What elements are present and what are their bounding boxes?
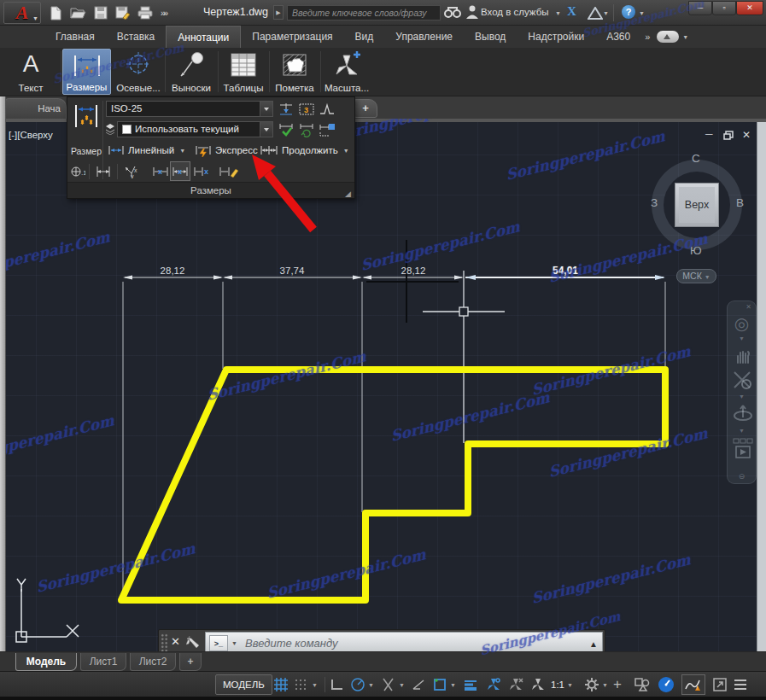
express-dim-button[interactable]: Экспресс	[192, 142, 260, 159]
viewcube-top-face[interactable]: Верх	[675, 183, 719, 227]
navbar-dropdown-icon[interactable]: ▼	[728, 335, 756, 341]
canvas-close-icon[interactable]: ✕	[742, 129, 751, 141]
model-space-button[interactable]: МОДЕЛЬ	[215, 674, 272, 695]
viewcube-east-label[interactable]: В	[736, 196, 744, 209]
vertical-scrollbar[interactable]	[757, 122, 766, 651]
navbar-collapse-icon[interactable]: ⊖	[728, 472, 756, 481]
graphics-performance-button[interactable]	[658, 674, 675, 695]
ortho-mode-button[interactable]	[330, 674, 345, 695]
layout-tab-list1[interactable]: Лист1	[80, 653, 126, 671]
annotation-scale-button[interactable]	[529, 674, 547, 695]
combo-dropdown-icon[interactable]	[260, 122, 272, 137]
command-prompt-dropdown-icon[interactable]: ▼	[231, 640, 237, 646]
navbar-close-icon[interactable]: ✕	[728, 303, 756, 311]
fullscreen-button[interactable]	[712, 674, 728, 695]
canvas-restore-icon[interactable]	[723, 131, 734, 140]
ribbon-tab-parametrizaciya[interactable]: Параметризация	[241, 26, 343, 48]
dim-update-icon[interactable]	[297, 121, 316, 138]
ribbon-tabs-overflow-icon[interactable]: »	[641, 32, 652, 42]
command-prompt-icon[interactable]: >_	[209, 635, 228, 651]
dim-layer-combo[interactable]: Использовать текущий	[117, 121, 273, 137]
tray-plus-button[interactable]: +	[613, 674, 622, 695]
dim-ordinate-icon[interactable]: xy	[122, 163, 143, 180]
orbit-dropdown-icon[interactable]: ▼	[728, 428, 756, 434]
qat-more-icon[interactable]: »»	[161, 9, 167, 18]
a360-dropdown-icon[interactable]: ▼	[603, 10, 609, 16]
panel-text[interactable]: A Текст	[2, 49, 60, 95]
ribbon-tab-vyvod[interactable]: Вывод	[464, 26, 517, 48]
osnap-tracking-button[interactable]: ▼	[381, 674, 405, 695]
polar-tracking-button[interactable]: ▼	[350, 674, 374, 695]
panel-markup[interactable]: Пометка	[271, 49, 319, 95]
zoom-dropdown-icon[interactable]: ▼	[728, 394, 756, 400]
dim-style-combo[interactable]: ISO-25	[106, 101, 273, 117]
save-icon[interactable]	[94, 6, 108, 20]
new-drawing-tab-button[interactable]: +	[354, 99, 377, 118]
command-history-up-icon[interactable]: ▲	[589, 639, 598, 649]
steering-wheel-icon[interactable]: ◎	[728, 313, 756, 334]
dimension-big-button[interactable]: Размер	[69, 102, 103, 144]
viewcube-west-label[interactable]: З	[651, 196, 658, 209]
dim-baseline-icon[interactable]	[93, 163, 114, 180]
close-button[interactable]: ✕	[736, 1, 763, 15]
dim-check-icon[interactable]	[277, 121, 295, 138]
settings-gear-button[interactable]: ▼	[584, 674, 608, 695]
dim-inspect-icon[interactable]: x	[192, 163, 211, 180]
start-file-tab[interactable]: Нача	[5, 98, 67, 119]
dim-break-icon[interactable]	[277, 101, 295, 118]
a360-icon[interactable]	[588, 7, 603, 20]
hardware-acceleration-button[interactable]: !	[681, 674, 705, 695]
continue-dim-button[interactable]: Продолжить▼	[257, 142, 352, 159]
save-as-icon[interactable]	[115, 6, 130, 20]
print-icon[interactable]	[137, 6, 153, 20]
signin-dropdown-icon[interactable]: ▼	[555, 10, 561, 16]
grid-display-button[interactable]	[273, 674, 289, 695]
dim-override-icon[interactable]	[318, 121, 336, 138]
new-file-icon[interactable]	[50, 6, 62, 20]
title-dropdown-icon[interactable]: ▶	[273, 5, 284, 20]
panel-annotation-scaling[interactable]: Масшта...	[322, 49, 371, 95]
linear-dim-button[interactable]: Линейный▼	[105, 142, 188, 159]
restore-button[interactable]: ▫	[712, 1, 736, 15]
wcs-button[interactable]: МСК ▼	[676, 269, 716, 283]
search-binoculars-icon[interactable]	[444, 5, 461, 18]
dim-edit-icon[interactable]	[218, 163, 240, 180]
command-bar-wrench-icon[interactable]	[186, 634, 202, 650]
new-layout-tab-button[interactable]: +	[179, 653, 202, 671]
annotation-visibility-button[interactable]	[485, 674, 502, 695]
command-bar-close-icon[interactable]: ✕	[171, 635, 180, 648]
canvas-minimize-icon[interactable]: ─	[705, 128, 713, 140]
ribbon-tab-vid[interactable]: Вид	[344, 26, 385, 48]
ribbon-tab-glavnaya[interactable]: Главная	[44, 26, 106, 48]
panel-tables[interactable]: Таблицы	[219, 49, 267, 95]
ribbon-tab-vstavka[interactable]: Вставка	[106, 26, 167, 48]
ribbon-minimize-icon[interactable]	[657, 31, 679, 43]
flyout-footer[interactable]: Размеры◢	[67, 182, 354, 198]
dim-tolerance-icon[interactable]: x	[151, 163, 170, 180]
viewport-controls-label[interactable]: [-][Сверху	[9, 130, 53, 140]
app-logo-button[interactable]: A▼	[3, 2, 41, 24]
command-bar-grip[interactable]	[161, 633, 168, 653]
panel-dialog-launcher-icon[interactable]: ◢	[345, 186, 351, 201]
autodesk-exchange-icon[interactable]: X	[567, 4, 576, 19]
combo-dropdown-icon[interactable]	[260, 102, 272, 116]
open-file-icon[interactable]	[70, 6, 86, 20]
lineweight-button[interactable]	[463, 674, 478, 695]
ribbon-tab-upravlenie[interactable]: Управление	[384, 26, 464, 48]
isolate-objects-button[interactable]	[634, 674, 651, 695]
viewcube-north-label[interactable]: С	[692, 152, 700, 165]
object-snap-button[interactable]: ▼	[432, 674, 456, 695]
dim-jog-icon[interactable]	[318, 101, 336, 118]
autoscale-button[interactable]	[507, 674, 524, 695]
scale-value-button[interactable]: 1:1▼	[551, 674, 573, 695]
customization-menu-icon[interactable]	[733, 674, 748, 695]
dim-adjust-icon[interactable]: 3	[297, 101, 316, 118]
navigation-bar[interactable]: ✕ ◎ ▼ ▼ ▼ ⊖	[727, 300, 757, 484]
layout-tab-model[interactable]: Модель	[15, 653, 77, 671]
ribbon-minimize-dropdown-icon[interactable]: ▼	[682, 34, 688, 40]
snap-mode-button[interactable]: ▼	[294, 674, 318, 695]
dim-quick-icon[interactable]: .1	[70, 163, 85, 180]
isometric-button[interactable]	[412, 674, 427, 695]
layout-tab-list2[interactable]: Лист2	[130, 653, 176, 671]
help-search-input[interactable]: Введите ключевое слово/фразу	[287, 5, 441, 20]
